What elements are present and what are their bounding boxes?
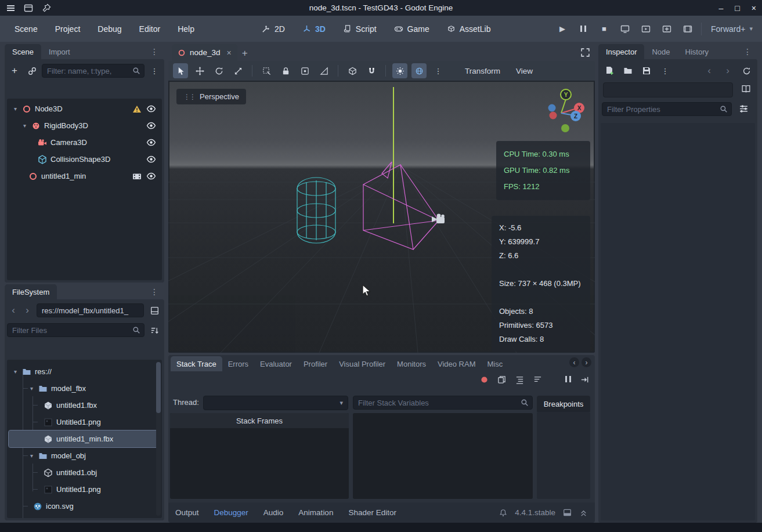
movie-maker-button[interactable] [680,21,695,37]
workspace-game[interactable]: Game [387,20,437,38]
preview-environment-toggle[interactable] [411,63,427,78]
select-tool-button[interactable] [173,63,188,78]
viewport-3d[interactable]: ⋮⋮ Perspective Y X Z CPU Time: 0.30 ms G… [168,81,595,353]
workspace-assetlib[interactable]: AssetLib [439,20,499,38]
notification-icon[interactable] [499,509,507,517]
resource-name-field[interactable] [603,82,733,97]
select-box-tool-button[interactable] [259,63,274,78]
fs-row-node-3d-tscn[interactable]: node_3d.tscn [9,515,158,518]
expand-bottom-panel-icon[interactable] [579,508,588,517]
breakpoints-header[interactable]: Breakpoints [537,396,590,412]
editor-tab-node3d[interactable]: node_3d × [172,44,237,61]
scene-tree-row-untitled1-min[interactable]: untitled1_min [9,168,158,184]
bottom-tab-shader-editor[interactable]: Shader Editor [348,508,396,517]
instantiate-scene-button[interactable] [24,63,39,78]
menu-project[interactable]: Project [46,20,89,38]
dbg-tab-stack-trace[interactable]: Stack Trace [171,356,222,371]
tab-inspector[interactable]: Inspector [598,44,644,59]
tab-history[interactable]: History [678,44,716,59]
fs-row-untitled1-fbx[interactable]: untitled1.fbx [9,397,158,414]
stack-frames-panel[interactable]: Stack Frames [170,413,349,499]
bottom-tab-animation[interactable]: Animation [298,508,333,517]
scrollbar-thumb[interactable] [156,362,161,413]
lock-node-button[interactable] [278,63,293,78]
breakpoints-panel[interactable] [537,412,590,499]
nav-back-button[interactable]: ‹ [7,303,20,318]
debug-pause-icon[interactable] [565,375,571,384]
fs-row-untitled1-min-fbx[interactable]: untitled1_min.fbx [9,430,158,447]
play-scene-button[interactable] [638,21,653,37]
group-node-button[interactable] [297,63,312,78]
tab-import[interactable]: Import [41,44,78,59]
nav-forward-button[interactable]: › [21,303,34,318]
sort-files-icon[interactable] [147,323,162,338]
new-scene-tab-button[interactable]: + [237,46,252,61]
debug-step-icon[interactable] [580,375,589,384]
scene-filter-input[interactable] [42,64,145,78]
reload-resource-icon[interactable] [739,63,754,78]
filesystem-dock-menu-icon[interactable]: ⋮ [145,287,164,296]
stack-variables-filter-input[interactable] [353,396,533,410]
dbg-tab-evaluator[interactable]: Evaluator [254,356,298,371]
new-resource-button[interactable] [602,63,617,78]
visibility-toggle-icon[interactable] [146,121,156,131]
pin-icon[interactable] [42,3,51,12]
collapse-arrow-icon[interactable]: ▾ [12,368,19,375]
transform-menu[interactable]: Transform [459,64,506,78]
workspace-script[interactable]: Script [335,20,384,38]
debug-break-indicator[interactable] [481,376,488,383]
scene-tree-row-node3d[interactable]: ▾ Node3D [9,100,158,117]
add-node-button[interactable]: + [7,63,22,78]
camera-gizmo-icon[interactable] [431,213,447,226]
scene-tree-menu-icon[interactable]: ⋮ [147,63,162,78]
ruler-tool-button[interactable] [316,63,331,78]
rotate-tool-button[interactable] [211,63,226,78]
dbg-tab-video-ram[interactable]: Video RAM [432,356,482,371]
sun-environment-menu-icon[interactable]: ⋮ [431,63,446,78]
visibility-toggle-icon[interactable] [146,137,156,147]
filter-options-icon[interactable] [739,104,749,114]
copy-error-icon[interactable] [497,375,506,384]
dbg-tab-errors[interactable]: Errors [222,356,254,371]
toggle-split-mode-icon[interactable] [147,303,162,318]
inspector-dock-menu-icon[interactable]: ⋮ [738,47,757,56]
scene-dock-menu-icon[interactable]: ⋮ [145,47,164,56]
pause-button[interactable] [576,21,591,37]
tab-scroll-right-icon[interactable]: › [582,357,591,367]
tab-node[interactable]: Node [644,44,677,59]
visibility-toggle-icon[interactable] [146,154,156,164]
history-back-button[interactable]: ‹ [702,63,717,78]
resource-menu-icon[interactable]: ⋮ [658,63,673,78]
fs-row-untitled1-png-2[interactable]: Untitled1.png [9,481,158,498]
open-docs-icon[interactable] [741,84,751,94]
expand-all-icon[interactable] [515,375,524,384]
workspace-2d[interactable]: 2D [254,20,292,38]
renderer-select[interactable]: Forward+ ▾ [707,22,756,36]
instanced-scene-icon[interactable] [132,172,142,181]
stop-button[interactable]: ■ [597,21,612,37]
view-menu[interactable]: View [510,64,539,78]
save-resource-button[interactable] [639,63,654,78]
dbg-tab-monitors[interactable]: Monitors [391,356,432,371]
thread-select[interactable]: ▾ [203,396,348,410]
fs-row-untitled1-obj[interactable]: untitled1.obj [9,464,158,481]
fs-row-model-fbx[interactable]: ▾ model_fbx [9,380,158,397]
remote-debug-button[interactable] [617,21,633,37]
preview-sun-toggle[interactable] [392,63,407,78]
close-tab-icon[interactable]: × [227,48,232,57]
fs-row-icon-svg[interactable]: icon.svg [9,498,158,515]
visibility-toggle-icon[interactable] [146,104,156,114]
bottom-tab-audio[interactable]: Audio [263,508,284,517]
inspector-filter-input[interactable] [602,102,732,116]
drag-handle-icon[interactable]: ⋮⋮ [183,93,195,101]
collapse-arrow-icon[interactable]: ▾ [12,106,19,112]
dbg-tab-profiler[interactable]: Profiler [298,356,333,371]
menu-editor[interactable]: Editor [131,20,169,38]
dock-layout-icon[interactable] [24,3,33,13]
stack-variables-panel[interactable] [353,413,533,499]
filesystem-filter-input[interactable] [7,323,145,337]
workspace-3d[interactable]: 3D [295,20,333,38]
fs-row-model-obj[interactable]: ▾ model_obj [9,447,158,464]
fs-row-res[interactable]: ▾ res:// [9,363,158,380]
visibility-toggle-icon[interactable] [146,171,156,181]
